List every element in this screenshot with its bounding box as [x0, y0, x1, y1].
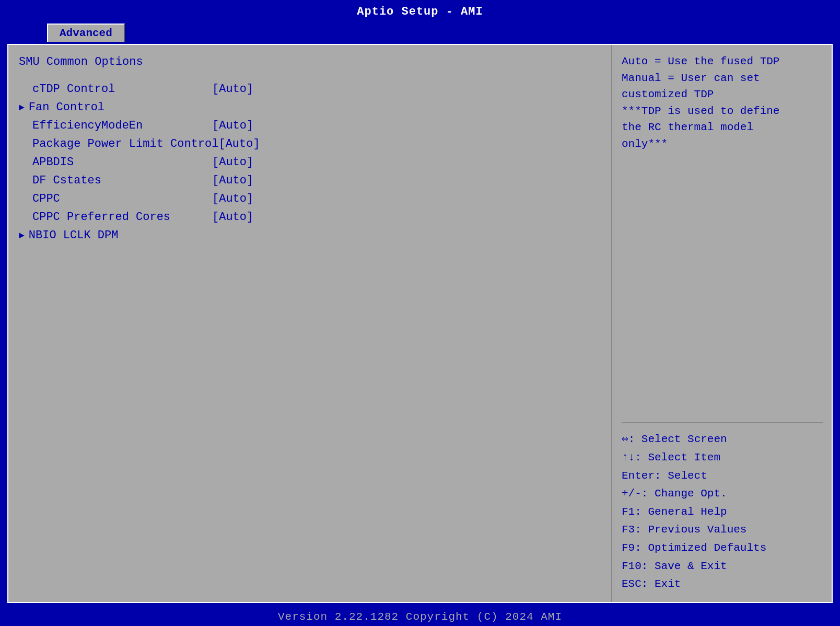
package-power-value: [Auto]	[218, 137, 260, 150]
key-select-item: ↑↓: Select Item	[622, 449, 823, 467]
cppc-label: CPPC	[19, 192, 212, 205]
nbio-label: NBIO LCLK DPM	[29, 229, 222, 242]
key-f9: F9: Optimized Defaults	[622, 539, 823, 558]
menu-item-cppc-preferred[interactable]: CPPC Preferred Cores [Auto]	[19, 208, 606, 226]
key-select-screen: ⇔: Select Screen	[622, 431, 823, 449]
top-bar: Aptio Setup - AMI	[0, 0, 840, 21]
tab-advanced[interactable]: Advanced	[47, 24, 125, 42]
df-cstates-label: DF Cstates	[19, 174, 212, 187]
apbdis-value: [Auto]	[212, 156, 253, 169]
section-title: SMU Common Options	[19, 55, 606, 68]
menu-item-ctdp[interactable]: cTDP Control [Auto]	[19, 80, 606, 98]
left-panel: SMU Common Options cTDP Control [Auto] ►…	[8, 45, 612, 602]
key-enter: Enter: Select	[622, 467, 823, 485]
cppc-value: [Auto]	[212, 192, 253, 205]
menu-item-fan[interactable]: ► Fan Control	[19, 98, 606, 117]
tab-row: Advanced	[0, 21, 840, 42]
menu-item-cppc[interactable]: CPPC [Auto]	[19, 190, 606, 208]
key-help: ⇔: Select Screen ↑↓: Select Item Enter: …	[622, 431, 823, 594]
apbdis-label: APBDIS	[19, 156, 212, 169]
help-text: Auto = Use the fused TDP Manual = User c…	[622, 53, 823, 412]
key-f10: F10: Save & Exit	[622, 558, 823, 576]
bottom-bar: Version 2.22.1282 Copyright (C) 2024 AMI	[0, 607, 840, 626]
menu-item-efficiency[interactable]: EfficiencyModeEn [Auto]	[19, 117, 606, 135]
main-content: SMU Common Options cTDP Control [Auto] ►…	[7, 44, 833, 603]
key-f3: F3: Previous Values	[622, 521, 823, 539]
right-panel: Auto = Use the fused TDP Manual = User c…	[612, 45, 832, 602]
ctdp-label: cTDP Control	[19, 83, 212, 96]
key-esc: ESC: Exit	[622, 575, 823, 594]
menu-item-package-power[interactable]: Package Power Limit Control [Auto]	[19, 135, 606, 153]
cppc-preferred-label: CPPC Preferred Cores	[19, 211, 212, 224]
fan-label: Fan Control	[29, 101, 222, 114]
df-cstates-value: [Auto]	[212, 174, 253, 187]
fan-arrow-icon: ►	[19, 102, 25, 113]
efficiency-value: [Auto]	[212, 119, 253, 132]
key-change-opt: +/-: Change Opt.	[622, 485, 823, 503]
menu-item-apbdis[interactable]: APBDIS [Auto]	[19, 153, 606, 171]
title: Aptio Setup - AMI	[357, 5, 483, 18]
package-power-label: Package Power Limit Control	[19, 137, 218, 150]
menu-item-df-cstates[interactable]: DF Cstates [Auto]	[19, 171, 606, 190]
nbio-arrow-icon: ►	[19, 230, 25, 241]
efficiency-label: EfficiencyModeEn	[19, 119, 212, 132]
divider	[622, 422, 823, 423]
key-f1: F1: General Help	[622, 503, 823, 521]
ctdp-value: [Auto]	[212, 83, 253, 96]
cppc-preferred-value: [Auto]	[212, 211, 253, 224]
footer-text: Version 2.22.1282 Copyright (C) 2024 AMI	[278, 611, 562, 623]
menu-item-nbio[interactable]: ► NBIO LCLK DPM	[19, 226, 606, 245]
